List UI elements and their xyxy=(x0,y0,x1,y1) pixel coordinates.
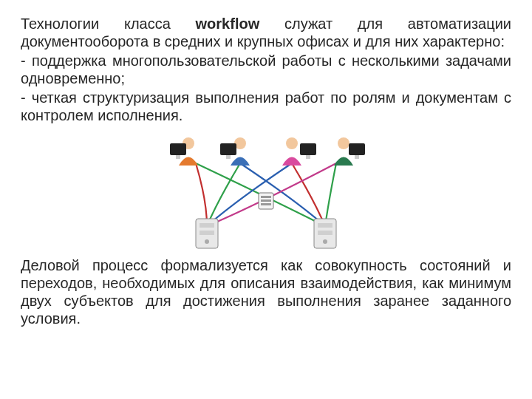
bullet-2: - четкая структуризация выполнения работ… xyxy=(21,89,511,124)
svg-rect-16 xyxy=(220,143,236,155)
person-1-icon xyxy=(170,137,198,166)
svg-rect-2 xyxy=(261,200,271,202)
svg-rect-13 xyxy=(170,143,186,155)
server-right-icon xyxy=(314,219,336,248)
svg-rect-22 xyxy=(349,143,365,155)
svg-rect-6 xyxy=(200,231,214,235)
arrow-green-3 xyxy=(325,163,336,226)
arrow-blue-2 xyxy=(207,163,292,226)
svg-rect-20 xyxy=(306,155,310,159)
svg-rect-10 xyxy=(318,231,332,235)
arrow-red-1 xyxy=(196,163,207,226)
svg-rect-19 xyxy=(300,143,316,155)
svg-rect-1 xyxy=(261,196,271,198)
workflow-diagram xyxy=(155,130,377,252)
diagram-container xyxy=(21,130,511,252)
arrow-green-2 xyxy=(207,163,240,226)
arrow-blue-1 xyxy=(240,163,325,226)
person-4-icon xyxy=(334,137,365,166)
paragraph-intro: Технологии класса workflow служат для ав… xyxy=(21,15,511,50)
svg-point-21 xyxy=(338,137,349,149)
svg-rect-14 xyxy=(176,155,180,159)
svg-point-7 xyxy=(205,239,209,244)
svg-rect-3 xyxy=(261,203,271,205)
svg-rect-9 xyxy=(318,223,332,228)
svg-rect-5 xyxy=(200,223,214,228)
svg-point-18 xyxy=(286,137,298,149)
svg-point-11 xyxy=(323,239,327,244)
svg-rect-17 xyxy=(226,155,231,159)
p1-bold: workflow xyxy=(196,16,260,32)
bullet-1: - поддержка многопользовательской работы… xyxy=(21,52,511,87)
arrow-red-2 xyxy=(292,163,325,226)
svg-rect-23 xyxy=(355,155,359,159)
center-node-icon xyxy=(259,193,273,209)
person-3-icon xyxy=(282,137,316,166)
person-2-icon xyxy=(220,137,250,166)
server-left-icon xyxy=(196,219,218,248)
paragraph-conclusion: Деловой процесс формализуется как совоку… xyxy=(21,256,511,327)
p1-pre: Технологии класса xyxy=(21,16,196,32)
